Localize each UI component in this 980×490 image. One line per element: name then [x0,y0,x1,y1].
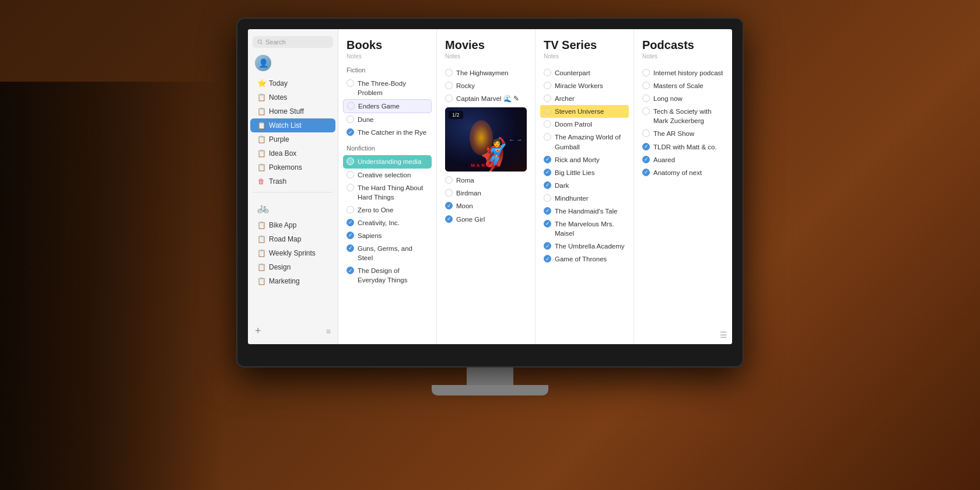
checkbox-checked[interactable]: ✓ [642,143,650,150]
checkbox-checked[interactable]: ✓ [346,267,354,274]
list-item[interactable]: Roma [445,174,527,187]
checkbox[interactable] [544,107,551,115]
sort-icon[interactable]: ≡ [326,327,331,336]
checkbox-checked[interactable]: ✓ [642,156,650,163]
list-view-icon[interactable]: ☰ [720,330,727,340]
sidebar-item-design[interactable]: 📋 Design [250,260,335,274]
list-item-steven-universe[interactable]: Steven Universe [540,105,629,118]
checkbox[interactable] [544,94,551,102]
list-item[interactable]: ✓ Anatomy of next [642,166,724,179]
sidebar-item-marketing[interactable]: 📋 Marketing [250,274,335,288]
list-item-enders[interactable]: Enders Game [343,99,432,113]
list-item[interactable]: The Three-Body Problem [346,77,428,99]
checkbox[interactable] [346,116,354,123]
list-item[interactable]: The Hard Thing About Hard Things [346,181,428,204]
list-item[interactable]: ✓ The Catcher in the Rye [346,126,428,139]
sidebar-item-idea-box[interactable]: 📋 Idea Box [250,146,335,160]
list-item[interactable]: The Highwaymen [445,66,527,79]
list-item[interactable]: ✓ TLDR with Matt & co. [642,141,724,153]
checkbox-checked[interactable]: ✓ [445,202,453,209]
list-item[interactable]: Internet history podcast [642,66,724,79]
list-item[interactable]: Doom Patrol [544,118,625,131]
checkbox-checked[interactable]: ✓ [346,232,354,239]
checkbox[interactable] [642,82,650,89]
list-item[interactable]: Rocky [445,79,527,92]
list-item[interactable]: ✓ Gone Girl [445,213,527,226]
list-item[interactable]: Dune [346,113,428,126]
list-item[interactable]: ✓ Sapiens [346,229,428,242]
checkbox[interactable] [346,184,354,191]
list-item[interactable]: Masters of Scale [642,79,724,92]
list-item[interactable]: ✓ Creativity, Inc. [346,216,428,229]
checkbox-checked[interactable]: ✓ [445,215,453,223]
search-bar[interactable]: Search [253,36,333,48]
list-item[interactable]: ✓ The Design of Everyday Things [346,264,428,286]
movie-nav[interactable]: ← → [509,136,522,143]
checkbox[interactable] [445,189,453,197]
list-item[interactable]: ✓ Moon [445,200,527,212]
checkbox[interactable] [445,176,453,184]
list-item[interactable]: Miracle Workers [544,79,625,92]
list-item[interactable]: The Amazing World of Gumball [544,131,625,153]
checkbox[interactable] [642,130,650,137]
list-item[interactable]: Long now [642,92,724,105]
checkbox[interactable] [544,120,551,128]
checkbox-checked[interactable]: ✓ [346,128,354,136]
list-item[interactable]: Birdman [445,187,527,200]
checkbox[interactable] [544,194,551,202]
sidebar-item-notes[interactable]: 📋 Notes [250,90,335,104]
checkbox-checked[interactable]: ✓ [544,169,551,176]
list-item[interactable]: ✓ Rick and Morty [544,153,625,166]
list-item[interactable]: ✓ Game of Thrones [544,253,625,265]
checkbox-checked[interactable]: ✓ [544,207,551,215]
list-item[interactable]: ✓ The Handmaid's Tale [544,205,625,218]
checkbox[interactable] [346,158,354,165]
checkbox[interactable] [544,133,551,141]
checkbox[interactable] [445,69,453,76]
checkbox[interactable] [346,206,354,214]
checkbox-checked[interactable]: ✓ [544,242,551,250]
checkbox-checked[interactable]: ✓ [544,220,551,228]
sidebar-item-home-stuff[interactable]: 📋 Home Stuff [250,104,335,118]
checkbox-checked[interactable]: ✓ [544,156,551,163]
list-item[interactable]: ✓ Auared [642,153,724,166]
list-item[interactable]: ✓ The Marvelous Mrs. Maisel [544,218,625,240]
checkbox[interactable] [642,69,650,76]
list-item[interactable]: ✓ Big Little Lies [544,166,625,179]
checkbox[interactable] [347,102,355,110]
checkbox[interactable] [544,69,551,76]
list-item[interactable]: ✓ Guns, Germs, and Steel [346,242,428,264]
checkbox-checked[interactable]: ✓ [642,169,650,176]
list-item[interactable]: Tech & Society with Mark Zuckerberg [642,105,724,127]
checkbox[interactable] [642,107,650,115]
list-item[interactable]: Zero to One [346,204,428,216]
checkbox[interactable] [346,79,354,87]
list-item[interactable]: Archer [544,92,625,105]
sidebar-item-watch-list[interactable]: 📋 Watch List [250,118,335,132]
add-note-button[interactable]: + [255,325,261,337]
sidebar-item-today[interactable]: ⭐ Today [250,76,335,90]
list-item[interactable]: ✓ The Umbrella Academy [544,240,625,253]
checkbox[interactable] [445,94,453,102]
checkbox-checked[interactable]: ✓ [346,244,354,252]
sidebar-item-road-map[interactable]: 📋 Road Map [250,232,335,246]
sidebar-item-bike-app[interactable]: 📋 Bike App [250,218,335,232]
checkbox[interactable] [642,94,650,102]
checkbox-checked[interactable]: ✓ [346,219,354,226]
list-item-highlighted[interactable]: Understanding media [343,155,432,168]
list-item[interactable]: Mindhunter [544,192,625,205]
sidebar-item-purple[interactable]: 📋 Purple [250,132,335,146]
sidebar-item-weekly-sprints[interactable]: 📋 Weekly Sprints [250,246,335,260]
checkbox[interactable] [445,82,453,89]
checkbox[interactable] [346,171,354,178]
list-item[interactable]: Counterpart [544,66,625,79]
checkbox[interactable] [544,82,551,89]
sidebar-item-pokemons[interactable]: 📋 Pokemons [250,160,335,174]
list-item[interactable]: The AR Show [642,127,724,140]
list-item[interactable]: Creative selection [346,169,428,181]
list-item-captain-marvel[interactable]: Captain Marvel 🌊 ✎ [445,92,527,105]
checkbox-checked[interactable]: ✓ [544,181,551,189]
list-item[interactable]: ✓ Dark [544,179,625,192]
checkbox-checked[interactable]: ✓ [544,255,551,262]
sidebar-item-trash[interactable]: 🗑 Trash [250,174,335,188]
